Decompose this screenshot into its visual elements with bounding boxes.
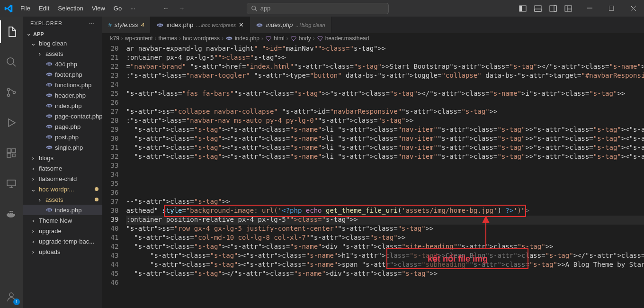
- folder-flatsome-child[interactable]: ›flatsome-child: [23, 173, 102, 184]
- remote-activity[interactable]: [0, 172, 23, 195]
- svg-line-1: [255, 9, 257, 11]
- file-index-php[interactable]: phpindex.php: [23, 100, 102, 111]
- tab-style-css[interactable]: #style.css4: [102, 17, 150, 33]
- back-arrow-icon[interactable]: ←: [163, 5, 169, 12]
- source-control-activity[interactable]: [0, 81, 23, 104]
- folder-blog-clean[interactable]: ⌄blog clean: [23, 38, 102, 48]
- layout-controls: [512, 5, 579, 12]
- search-icon: [251, 5, 258, 12]
- svg-text:php: php: [47, 115, 52, 118]
- layout-panel-icon[interactable]: [534, 5, 542, 12]
- folder-assets[interactable]: ›assets: [23, 48, 102, 59]
- folder-hoc-wordpr-[interactable]: ⌄hoc wordpr...: [23, 184, 102, 194]
- svg-text:php: php: [227, 37, 232, 40]
- file-post-php[interactable]: phppost.php: [23, 132, 102, 142]
- svg-point-15: [7, 58, 14, 64]
- file-page-php[interactable]: phppage.php: [23, 121, 102, 132]
- svg-rect-29: [11, 213, 13, 214]
- svg-rect-21: [12, 149, 16, 153]
- chevron-down-icon: ⌄: [25, 31, 32, 37]
- annotation-label: kết nối file img: [386, 248, 528, 269]
- explorer-activity[interactable]: [0, 20, 23, 43]
- forward-arrow-icon[interactable]: →: [179, 5, 185, 12]
- vscode-logo: [0, 4, 17, 13]
- folder-flatsome[interactable]: ›flatsome: [23, 163, 102, 173]
- activity-bar: 1: [0, 17, 23, 308]
- file-header-php[interactable]: phpheader.php: [23, 90, 102, 100]
- breadcrumb[interactable]: k79›wp-content›themes›hoc wordpress›phpi…: [102, 33, 644, 44]
- docker-activity[interactable]: [0, 202, 23, 225]
- close-tab-icon[interactable]: ✕: [239, 21, 244, 28]
- layout-sidebar-left-icon[interactable]: [519, 5, 527, 12]
- svg-rect-5: [535, 9, 541, 11]
- svg-rect-6: [550, 6, 556, 11]
- svg-text:php: php: [47, 63, 52, 65]
- menu-···[interactable]: ···: [126, 3, 139, 14]
- folder-uploads[interactable]: ›uploads: [23, 246, 102, 257]
- file-functions-php[interactable]: phpfunctions.php: [23, 80, 102, 90]
- svg-rect-4: [535, 6, 541, 11]
- accounts-badge: 1: [13, 299, 20, 305]
- svg-rect-30: [9, 211, 11, 212]
- svg-rect-3: [519, 6, 522, 11]
- menu-selection[interactable]: Selection: [54, 3, 87, 14]
- file-index-php[interactable]: phpindex.php: [23, 205, 102, 215]
- explorer-sidebar: EXPLORER ··· ⌄ APP ⌄blog clean›assetsphp…: [23, 17, 102, 308]
- tab-index-php[interactable]: phpindex.php...\blog clean: [250, 17, 331, 33]
- accounts-activity[interactable]: 1: [0, 285, 23, 308]
- file-tree: ⌄blog clean›assetsphp404.phpphpfooter.ph…: [23, 38, 102, 308]
- customize-layout-icon[interactable]: [564, 5, 572, 12]
- layout-sidebar-right-icon[interactable]: [549, 5, 557, 12]
- svg-text:php: php: [47, 126, 52, 128]
- svg-rect-23: [12, 154, 15, 157]
- file-page-contact-php[interactable]: phppage-contact.php: [23, 111, 102, 121]
- folder-blogs[interactable]: ›blogs: [23, 153, 102, 163]
- maximize-button[interactable]: [600, 0, 622, 17]
- svg-rect-24: [7, 180, 16, 186]
- svg-text:php: php: [47, 105, 52, 107]
- svg-rect-28: [9, 213, 11, 214]
- root-folder-name: APP: [33, 31, 44, 37]
- minimize-button[interactable]: [579, 0, 600, 17]
- close-button[interactable]: [622, 0, 644, 17]
- menu-edit[interactable]: Edit: [35, 3, 53, 14]
- editor-tabs: #style.css4phpindex.php...\hoc wordpress…: [102, 17, 644, 33]
- svg-text:php: php: [158, 24, 162, 26]
- svg-text:php: php: [47, 146, 52, 149]
- file-footer-php[interactable]: phpfooter.php: [23, 69, 102, 80]
- svg-rect-12: [609, 6, 614, 10]
- menu-view[interactable]: View: [88, 3, 109, 14]
- svg-point-19: [13, 91, 16, 94]
- svg-text:php: php: [47, 209, 52, 211]
- extensions-activity[interactable]: [0, 142, 23, 164]
- svg-rect-7: [554, 6, 556, 11]
- svg-line-16: [13, 63, 16, 66]
- command-center[interactable]: app: [247, 3, 389, 14]
- svg-text:php: php: [47, 136, 52, 138]
- nav-arrows: ← →: [163, 5, 185, 12]
- code-editor[interactable]: ar navbar-expand-lg navbar-light" ">id="…: [126, 44, 644, 308]
- editor-area: #style.css4phpindex.php...\hoc wordpress…: [102, 17, 644, 308]
- explorer-header: EXPLORER ···: [23, 17, 102, 30]
- svg-point-17: [8, 89, 10, 91]
- explorer-title: EXPLORER: [30, 20, 63, 26]
- file-404-php[interactable]: php404.php: [23, 59, 102, 69]
- folder-assets[interactable]: ›assets: [23, 194, 102, 205]
- menu-go[interactable]: Go: [110, 3, 125, 14]
- folder-Theme-New[interactable]: ›Theme New: [23, 215, 102, 226]
- svg-point-0: [251, 6, 255, 9]
- root-folder-header[interactable]: ⌄ APP: [23, 30, 102, 38]
- tab-index-php[interactable]: phpindex.php...\hoc wordpress✕: [151, 17, 250, 33]
- file-single-php[interactable]: phpsingle.php: [23, 142, 102, 153]
- svg-rect-22: [7, 154, 11, 157]
- folder-upgrade-temp-bac-[interactable]: ›upgrade-temp-bac...: [23, 236, 102, 246]
- more-icon[interactable]: ···: [89, 20, 95, 26]
- menu-file[interactable]: File: [17, 3, 34, 14]
- folder-upgrade[interactable]: ›upgrade: [23, 226, 102, 236]
- run-debug-activity[interactable]: [0, 111, 23, 134]
- svg-text:php: php: [47, 73, 52, 76]
- svg-rect-20: [7, 149, 11, 153]
- svg-rect-31: [11, 211, 13, 212]
- line-numbers: 2021222324252627282930313233343536373839…: [102, 44, 126, 308]
- search-activity[interactable]: [0, 51, 23, 73]
